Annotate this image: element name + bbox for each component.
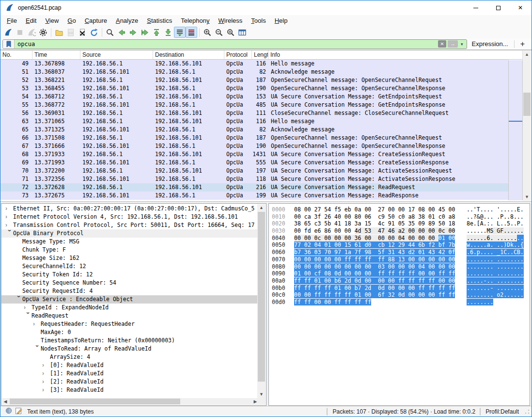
packet-row-65[interactable]: 6513.371325192.168.56.101192.168.56.1Opc… [0,126,508,134]
column-header-no[interactable]: No. [0,50,32,59]
detail-line[interactable]: MaxAge: 0 [1,328,259,337]
menu-telephony[interactable]: Telephony [176,16,214,25]
detail-line[interactable]: Security RequestId: 4 [1,287,259,295]
capture-stop-icon[interactable] [14,27,26,38]
detail-line[interactable]: ›Ethernet II, Src: 0a:00:27:00:00:17 (0a… [1,205,259,213]
collapse-icon[interactable]: › [33,345,41,353]
filter-clear-button[interactable]: ✕ [438,40,446,48]
capture-start-icon[interactable] [2,27,14,38]
packet-list-scrollbar[interactable]: ▲ ▼ [523,51,531,201]
column-header-time[interactable]: Time [32,50,80,59]
details-hscrollbar[interactable]: ◀ ▶ [2,398,259,405]
scroll-up-icon[interactable]: ▲ [257,204,266,211]
file-open-icon[interactable] [53,27,65,38]
packet-row-53[interactable]: 5313.368455192.168.56.101192.168.56.1Opc… [0,84,508,93]
column-header-length[interactable]: Length [252,50,268,59]
scrollbar-thumb[interactable] [258,212,265,382]
menu-statistics[interactable]: Statistics [142,16,176,25]
close-button[interactable]: ✕ [509,0,532,15]
detail-line[interactable]: Message Type: MSG [1,238,259,246]
expand-icon[interactable]: › [42,369,50,378]
details-vscrollbar[interactable]: ▲ ▼ [257,204,266,398]
hex-row-0060[interactable]: 0060b7 36 03 70 97 1a 7f 98 5f 31 43 d2 … [272,249,524,256]
collapse-icon[interactable]: › [15,296,23,304]
packet-row-54[interactable]: 5413.368712192.168.56.1192.168.56.101Opc… [0,93,508,101]
display-filter-field[interactable]: opcua ✕ → ▾ [2,39,467,49]
capture-restart-icon[interactable] [26,27,37,38]
hex-row-0040[interactable]: 004000 00 0c 00 00 00 36 00 00 00 04 00 … [272,235,524,242]
go-back-icon[interactable] [116,27,127,38]
expand-icon[interactable]: › [42,378,50,386]
column-header-protocol[interactable]: Protocol [224,50,252,59]
file-save-icon[interactable]: 010 [65,27,77,38]
filter-input[interactable]: opcua [15,41,438,48]
expand-icon[interactable]: › [5,205,13,213]
hex-row-0080[interactable]: 008000 00 00 00 00 00 00 00 03 00 00 00 … [272,263,524,271]
hex-row-0020[interactable]: 002038 65 c3 5b 41 18 3a 15 4c 91 05 35 … [272,220,524,227]
hex-row-0010[interactable]: 001000 ca 3f 26 40 00 80 06 c9 50 c0 a8 … [272,213,524,221]
detail-line[interactable]: Chunk Type: F [1,246,259,254]
scroll-left-icon[interactable]: ◀ [2,398,9,405]
scrollbar-thumb[interactable] [10,399,180,404]
go-first-icon[interactable] [151,27,162,38]
hex-row-00a0[interactable]: 00a0ff ff 01 00 b6 2d 0d 00 00 00 ff ff … [272,277,524,285]
auto-scroll-icon[interactable] [174,27,186,38]
detail-line[interactable]: Security Token Id: 12 [1,271,259,279]
packet-row-66[interactable]: 6613.371508192.168.56.1192.168.56.101Opc… [0,134,508,142]
detail-line[interactable]: Security Sequence Number: 54 [1,279,259,287]
menu-go[interactable]: Go [63,16,80,25]
expand-icon[interactable]: › [5,213,13,221]
expand-icon[interactable]: › [42,361,50,369]
packet-row-67[interactable]: 6713.371666192.168.56.101192.168.56.1Opc… [0,142,508,150]
capture-options-icon[interactable] [37,27,49,38]
hex-row-0050[interactable]: 005077 02 04 01 00 15 61 d0 cb 12 29 44 … [272,241,524,249]
file-reload-icon[interactable] [88,27,100,38]
collapse-icon[interactable]: › [5,230,14,238]
detail-line[interactable]: ›ReadRequest [1,312,259,320]
packet-row-51[interactable]: 5113.368037192.168.56.101192.168.56.1Opc… [0,68,508,76]
column-header-info[interactable]: Info [268,50,523,59]
expand-icon[interactable]: › [33,320,41,328]
detail-line[interactable]: ›Internet Protocol Version 4, Src: 192.1… [1,213,259,221]
detail-line[interactable]: ›RequestHeader: RequestHeader [1,320,259,328]
scroll-up-icon[interactable]: ▲ [523,51,531,58]
hex-row-0090[interactable]: 009001 00 cf 08 0d 00 00 00 ff ff ff ff … [272,270,524,277]
maximize-button[interactable] [487,0,509,15]
filter-bookmark-icon[interactable] [3,40,15,48]
hex-row-00c0[interactable]: 00c000 00 ff ff ff ff 01 00 6f 32 0d 00 … [272,291,524,299]
scroll-down-icon[interactable]: ▼ [523,193,531,201]
column-header-destination[interactable]: Destination [153,50,224,59]
colorize-icon[interactable] [186,27,197,38]
scrollbar-thumb[interactable] [523,93,531,116]
detail-line[interactable]: ›Transmission Control Protocol, Src Port… [1,221,259,229]
expand-icon[interactable]: › [42,386,50,394]
packet-row-52[interactable]: 5213.368221192.168.56.1192.168.56.101Opc… [0,76,508,84]
detail-line[interactable]: ›[2]: ReadValueId [1,378,259,386]
packet-row-49[interactable]: 4913.367898192.168.56.1192.168.56.101Opc… [0,60,508,68]
file-close-icon[interactable] [77,27,88,38]
collapse-icon[interactable]: › [24,312,32,320]
packet-row-69[interactable]: 6913.371993192.168.56.101192.168.56.1Opc… [0,159,508,167]
detail-line[interactable]: ›[1]: ReadValueId [1,369,259,378]
expand-icon[interactable]: › [5,221,13,229]
zoom-out-icon[interactable] [213,27,225,38]
resize-columns-icon[interactable] [236,27,248,38]
expert-info-icon[interactable] [5,407,12,416]
expand-icon[interactable]: › [24,304,31,312]
packet-row-72[interactable]: 7213.372628192.168.56.1192.168.56.101Opc… [0,183,508,192]
hex-row-00d0[interactable]: 00d0ff ff 00 00 ff ff ff ff........ [272,299,524,306]
menu-analyze[interactable]: Analyze [111,16,142,25]
zoom-reset-icon[interactable] [225,27,236,38]
hex-row-00b0[interactable]: 00b0ff ff ff ff 01 00 b7 2d 0d 00 00 00 … [272,285,524,292]
column-header-source[interactable]: Source [80,50,153,59]
menu-view[interactable]: View [41,16,63,25]
detail-line[interactable]: ›OpcUa Service : Encodeable Object [1,295,259,304]
capture-comment-icon[interactable] [15,407,22,416]
menu-file[interactable]: File [2,16,21,25]
go-forward-icon[interactable] [127,27,139,38]
menu-tools[interactable]: Tools [247,16,270,25]
find-packet-icon[interactable] [104,27,116,38]
scroll-right-icon[interactable]: ▶ [252,398,259,405]
minimize-button[interactable] [465,0,487,15]
filter-dropdown-icon[interactable]: ▾ [459,42,465,47]
